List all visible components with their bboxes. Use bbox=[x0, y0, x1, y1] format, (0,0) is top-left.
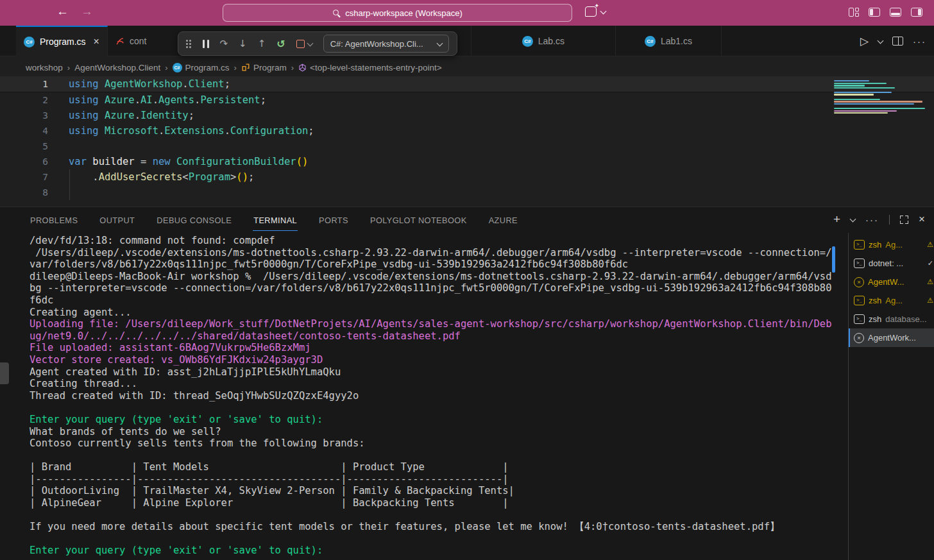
breadcrumb-symbol[interactable]: <top-level-statements-entry-point> bbox=[298, 63, 442, 72]
panel-tab-azure[interactable]: AZURE bbox=[488, 208, 518, 231]
terminal-line-19 bbox=[30, 450, 833, 462]
breadcrumb: workshop › AgentWorkshop.Client › C# Pro… bbox=[0, 58, 934, 76]
code-line-8: 8 bbox=[0, 185, 934, 200]
panel-tab-debug-console[interactable]: DEBUG CONSOLE bbox=[156, 208, 232, 231]
grip-icon[interactable] bbox=[186, 39, 192, 48]
terminal-line-17: What brands of tents do we sell? bbox=[30, 426, 833, 438]
panel-tab-ports[interactable]: PORTS bbox=[318, 208, 349, 231]
panel-tab-polyglot-notebook[interactable]: POLYGLOT NOTEBOOK bbox=[369, 208, 468, 231]
more-actions-icon[interactable]: ··· bbox=[913, 36, 926, 47]
terminal-line-13: Creating thread... bbox=[30, 378, 833, 390]
tab-program-cs[interactable]: C# Program.cs × bbox=[16, 26, 108, 56]
code-line-7: 7 .AddUserSecrets<Program>(); bbox=[0, 169, 934, 185]
panel-tab-output[interactable]: OUTPUT bbox=[99, 208, 135, 231]
terminal-line-14: Thread created with ID: thread_SeOqjYHwb… bbox=[30, 390, 833, 402]
terminal-list-label: zsh bbox=[869, 314, 881, 324]
left-edge-handle[interactable] bbox=[0, 362, 9, 384]
tab-lab1-cs[interactable]: C# Lab1.cs bbox=[616, 26, 722, 56]
close-icon[interactable]: × bbox=[94, 36, 99, 47]
csharp-file-icon: C# bbox=[173, 63, 182, 72]
panel-tab-problems[interactable]: PROBLEMS bbox=[30, 208, 78, 231]
code-line-5: 5 bbox=[0, 139, 934, 154]
terminal-icon: >_ bbox=[854, 240, 865, 250]
editor-tab-bar: C# Program.cs × cont cs C# Lab.cs C# Lab… bbox=[0, 26, 934, 56]
step-out-icon[interactable]: ↑ bbox=[258, 38, 266, 49]
terminal-list-item-2[interactable]: >_dotnet: ...✓ bbox=[849, 254, 934, 273]
terminal-icon: >_ bbox=[854, 314, 865, 324]
panel-header: PROBLEMSOUTPUTDEBUG CONSOLETERMINALPORTS… bbox=[0, 207, 934, 232]
maximize-panel-icon[interactable] bbox=[900, 216, 908, 224]
step-into-icon[interactable]: ↓ bbox=[239, 38, 247, 49]
class-symbol-icon bbox=[241, 63, 250, 72]
breadcrumb-file[interactable]: C# Program.cs bbox=[173, 63, 230, 72]
breadcrumb-project[interactable]: AgentWorkshop.Client bbox=[74, 63, 160, 72]
code-editor[interactable]: 1using AgentWorkshop.Client;2using Azure… bbox=[0, 76, 934, 207]
terminal-output[interactable]: /dev/fd/13:18: command not found: compde… bbox=[30, 235, 833, 560]
debug-icon: × bbox=[854, 333, 864, 343]
terminal-list-label: zsh bbox=[869, 240, 881, 250]
terminal-line-1: /dev/fd/13:18: command not found: compde… bbox=[30, 235, 833, 247]
close-panel-icon[interactable]: × bbox=[919, 213, 925, 226]
bottom-panel: PROBLEMSOUTPUTDEBUG CONSOLETERMINALPORTS… bbox=[0, 207, 934, 560]
terminal-line-18: Contoso currently sells tents from the f… bbox=[30, 437, 833, 450]
run-icon[interactable]: ▷ bbox=[860, 35, 869, 48]
terminal-list-item-5[interactable]: >_zshdatabase... bbox=[849, 310, 934, 328]
restart-icon[interactable]: ↺ bbox=[276, 38, 285, 50]
chevron-down-icon[interactable] bbox=[307, 40, 313, 46]
check-icon: ✓ bbox=[928, 259, 933, 267]
terminal-line-10: File uploaded: assistant-6BAog7Vukrpw5He… bbox=[30, 342, 833, 354]
debug-config-dropdown[interactable]: C#: AgentWorkshop.Cli... bbox=[323, 35, 449, 53]
terminal-line-6: f6dc bbox=[30, 294, 833, 307]
terminal-line-5: bg --interpreter=vscode --connection=/va… bbox=[30, 282, 833, 294]
terminal-line-15 bbox=[30, 402, 833, 414]
terminal-line-22: | OutdoorLiving | TrailMaster X4, SkyVie… bbox=[30, 485, 833, 497]
breadcrumb-workshop[interactable]: workshop bbox=[26, 63, 63, 72]
panel-tab-terminal[interactable]: TERMINAL bbox=[253, 208, 298, 231]
pause-icon[interactable] bbox=[203, 40, 209, 48]
terminal-dropdown-chevron-icon[interactable] bbox=[850, 216, 856, 222]
warning-icon: ⚠ bbox=[927, 241, 933, 249]
toggle-primary-sidebar-icon[interactable] bbox=[869, 8, 880, 17]
code-line-4: 4using Microsoft.Extensions.Configuratio… bbox=[0, 123, 934, 139]
misc-symbol-icon bbox=[298, 64, 307, 72]
panel-more-actions-icon[interactable]: ··· bbox=[865, 214, 879, 225]
terminal-list-label: dotnet: ... bbox=[869, 259, 903, 268]
code-line-6: 6var builder = new ConfigurationBuilder(… bbox=[0, 154, 934, 169]
terminal-list-item-4[interactable]: >_zshAg...⚠ bbox=[849, 291, 934, 310]
terminal-list-sublabel: Ag... bbox=[885, 296, 903, 305]
breadcrumb-class[interactable]: Program bbox=[241, 63, 287, 72]
back-arrow-icon[interactable]: ← bbox=[56, 4, 69, 19]
minimap[interactable] bbox=[834, 80, 930, 115]
terminal-list-item-3[interactable]: ×AgentW...⚠ bbox=[849, 273, 934, 291]
copilot-menu[interactable] bbox=[585, 6, 606, 17]
split-editor-icon[interactable] bbox=[892, 37, 903, 46]
customize-layout-icon[interactable] bbox=[849, 8, 859, 17]
title-bar: ← → csharp-workspace (Workspace) bbox=[0, 0, 934, 26]
terminal-line-9: ug/net9.0/../../../../../../shared/datas… bbox=[30, 330, 833, 343]
new-terminal-icon[interactable]: + bbox=[833, 213, 840, 225]
toggle-secondary-sidebar-icon[interactable] bbox=[911, 8, 922, 17]
terminal-line-26 bbox=[30, 533, 833, 545]
stop-icon[interactable] bbox=[296, 40, 305, 48]
run-dropdown-chevron-icon[interactable] bbox=[878, 37, 884, 44]
terminal-line-25: If you need more details about specific … bbox=[30, 521, 833, 533]
toggle-panel-icon[interactable] bbox=[890, 8, 901, 17]
tab-lab-cs[interactable]: C# Lab.cs bbox=[471, 26, 616, 56]
terminal-line-7: Creating agent... bbox=[30, 307, 833, 319]
terminal-icon: >_ bbox=[854, 296, 865, 305]
terminal-list-item-6[interactable]: ×AgentWork... bbox=[849, 328, 934, 347]
terminal-line-11: Vector store created: vs_OWb86YdFJKdxiw2… bbox=[30, 354, 833, 366]
terminal-list-sublabel: Ag... bbox=[885, 240, 903, 250]
debug-toolbar: ↷ ↓ ↑ ↺ C#: AgentWorkshop.Cli... bbox=[178, 31, 457, 56]
csharp-file-icon: C# bbox=[24, 37, 35, 47]
tab-label: Program.cs bbox=[40, 37, 86, 47]
debug-icon: × bbox=[854, 277, 864, 287]
step-over-icon[interactable]: ↷ bbox=[220, 38, 228, 49]
terminal-scrollbar[interactable] bbox=[832, 246, 835, 273]
command-center-search[interactable]: csharp-workspace (Workspace) bbox=[223, 4, 572, 22]
code-line-3: 3using Azure.Identity; bbox=[0, 108, 934, 123]
terminal-line-4: dileep@Dileeps-MacBook-Air workshop % /U… bbox=[30, 271, 833, 283]
code-line-1: 1using AgentWorkshop.Client; bbox=[0, 76, 934, 92]
terminal-list-item-1[interactable]: >_zshAg...⚠ bbox=[849, 235, 934, 254]
terminal-line-21: |----------------|----------------------… bbox=[30, 473, 833, 486]
